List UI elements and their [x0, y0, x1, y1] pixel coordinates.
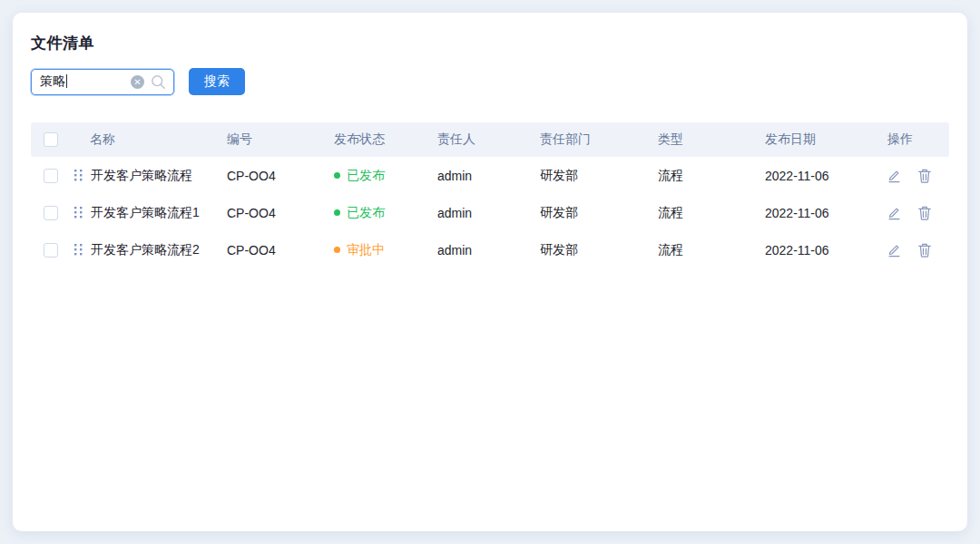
- drag-handle-icon[interactable]: [74, 170, 83, 181]
- cell-owner: admin: [434, 169, 536, 183]
- status-dot-icon: [334, 209, 340, 216]
- status-label: 已发布: [347, 205, 385, 221]
- search-input-value: 策略: [40, 73, 131, 90]
- cell-owner: admin: [434, 206, 536, 220]
- cell-name: 开发客户策略流程1: [91, 205, 200, 221]
- text-caret: [66, 74, 67, 88]
- cell-date: 2022-11-06: [761, 243, 884, 257]
- column-header-date: 发布日期: [761, 131, 884, 148]
- column-header-actions: 操作: [884, 131, 949, 148]
- search-button[interactable]: 搜索: [189, 68, 245, 95]
- cell-owner: admin: [434, 243, 536, 257]
- cell-department: 研发部: [536, 168, 654, 184]
- delete-icon[interactable]: [918, 243, 931, 257]
- status-dot-icon: [334, 172, 340, 179]
- status-badge: 审批中: [334, 242, 434, 258]
- search-icon[interactable]: [151, 74, 166, 90]
- column-header-department: 责任部门: [536, 131, 654, 148]
- cell-code: CP-OO4: [223, 169, 330, 183]
- cell-name: 开发客户策略流程2: [91, 242, 200, 258]
- delete-icon[interactable]: [918, 169, 931, 183]
- clear-input-icon[interactable]: ✕: [131, 75, 144, 89]
- table-row: 开发客户策略流程2 CP-OO4 审批中 admin 研发部 流程 2022-1…: [31, 231, 949, 268]
- file-table: 名称 编号 发布状态 责任人 责任部门 类型 发布日期 操作: [31, 122, 949, 268]
- cell-code: CP-OO4: [223, 206, 330, 220]
- status-label: 已发布: [347, 168, 385, 184]
- status-badge: 已发布: [334, 205, 434, 221]
- page-title: 文件清单: [31, 33, 949, 53]
- cell-code: CP-OO4: [223, 243, 330, 257]
- status-dot-icon: [334, 247, 340, 253]
- search-input[interactable]: 策略 ✕: [31, 69, 174, 95]
- cell-date: 2022-11-06: [761, 169, 884, 183]
- column-header-type: 类型: [654, 131, 761, 148]
- column-header-status: 发布状态: [330, 131, 434, 148]
- edit-icon[interactable]: [887, 206, 901, 220]
- search-row: 策略 ✕ 搜索: [31, 68, 949, 95]
- cell-name: 开发客户策略流程: [91, 168, 192, 184]
- row-checkbox[interactable]: [44, 243, 58, 257]
- status-label: 审批中: [347, 242, 385, 258]
- cell-type: 流程: [654, 168, 761, 184]
- cell-type: 流程: [654, 242, 761, 258]
- row-checkbox[interactable]: [44, 206, 58, 220]
- select-all-checkbox[interactable]: [44, 132, 58, 147]
- row-checkbox[interactable]: [44, 169, 58, 183]
- table-header-row: 名称 编号 发布状态 责任人 责任部门 类型 发布日期 操作: [31, 122, 949, 157]
- table-row: 开发客户策略流程 CP-OO4 已发布 admin 研发部 流程 2022-11…: [31, 157, 949, 194]
- file-list-card: 文件清单 策略 ✕ 搜索 名称 编号 发布状态 责任人 责任部门 类型 发布日期…: [13, 13, 967, 531]
- cell-type: 流程: [654, 205, 761, 221]
- table-row: 开发客户策略流程1 CP-OO4 已发布 admin 研发部 流程 2022-1…: [31, 194, 949, 231]
- delete-icon[interactable]: [918, 206, 931, 220]
- cell-department: 研发部: [536, 242, 654, 258]
- drag-handle-icon[interactable]: [74, 207, 83, 219]
- edit-icon[interactable]: [887, 243, 901, 257]
- column-header-name: 名称: [71, 131, 223, 148]
- drag-handle-icon[interactable]: [74, 244, 83, 256]
- column-header-code: 编号: [223, 131, 330, 148]
- edit-icon[interactable]: [887, 169, 901, 183]
- column-header-owner: 责任人: [434, 131, 536, 148]
- cell-department: 研发部: [536, 205, 654, 221]
- cell-date: 2022-11-06: [761, 206, 884, 220]
- status-badge: 已发布: [334, 168, 434, 184]
